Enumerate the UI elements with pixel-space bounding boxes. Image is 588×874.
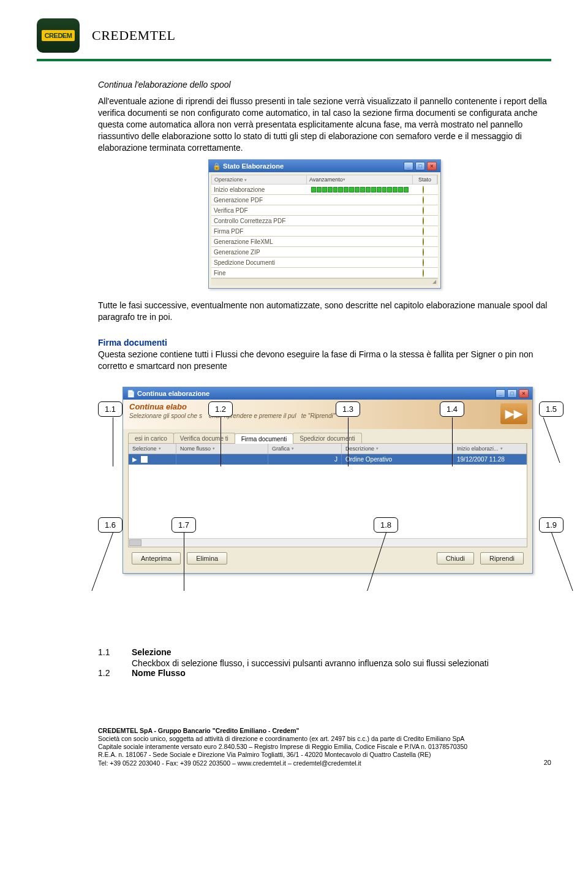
status-led-icon xyxy=(423,248,424,256)
status-led-icon xyxy=(423,217,424,225)
continua-title: 📄 Continua elaborazione xyxy=(127,390,209,398)
stato-row: Spedizione Documenti xyxy=(211,257,438,268)
callout-1-6: 1.6 xyxy=(98,517,123,533)
definition-1-1-text: Checkbox di selezione flusso, i successi… xyxy=(98,658,551,668)
table-row[interactable]: ▶ J Ordine Operativo 19/12/2007 11.28 xyxy=(129,454,527,465)
stato-titlebar: 🔒 Stato Elaborazione _ □ × xyxy=(209,160,440,172)
anteprima-button[interactable]: Anteprima xyxy=(132,552,181,564)
status-led-icon xyxy=(423,207,424,215)
section-paragraph: Questa sezione contiene tutti i Flussi c… xyxy=(98,349,551,372)
page-footer: CREDEMTEL SpA - Gruppo Bancario "Credito… xyxy=(37,727,551,767)
stato-row: Fine xyxy=(211,268,438,278)
row-checkbox[interactable] xyxy=(141,456,148,463)
minimize-icon[interactable]: _ xyxy=(496,389,505,398)
callout-1-7: 1.7 xyxy=(172,517,196,533)
section-heading-firma: Firma documenti xyxy=(98,338,551,348)
minimize-icon[interactable]: _ xyxy=(404,162,413,170)
progress-bar xyxy=(311,187,409,192)
section-subhead: Continua l'elaborazione dello spool xyxy=(98,80,551,89)
footer-line: Capitale sociale interamente versato eur… xyxy=(98,743,533,751)
maximize-icon[interactable]: □ xyxy=(507,389,517,398)
brand-name: CREDEMTEL xyxy=(92,28,176,44)
col-stato: Stato xyxy=(413,175,437,184)
stato-row: Verifica PDF xyxy=(211,205,438,216)
footer-line: Società con socio unico, soggetta ad att… xyxy=(98,735,533,743)
stato-title: 🔒 Stato Elaborazione xyxy=(213,162,284,170)
col-inizio[interactable]: Inizio elaborazi...▾ xyxy=(453,444,527,454)
stato-row: Inizio elaborazione xyxy=(211,184,438,195)
status-led-icon xyxy=(423,238,424,246)
col-nome-flusso[interactable]: Nome flusso▾ xyxy=(176,444,268,454)
status-led-icon xyxy=(423,259,424,267)
close-icon[interactable]: × xyxy=(519,389,529,398)
callout-1-1: 1.1 xyxy=(98,401,123,417)
col-selezione[interactable]: Selezione▾ xyxy=(129,444,176,454)
tab-verifica-documenti[interactable]: Verifica docume ti xyxy=(173,433,235,443)
callout-1-4: 1.4 xyxy=(440,401,464,417)
cell-inizio: 19/12/2007 11.28 xyxy=(453,454,527,465)
section-paragraph: All'eventuale azione di riprendi dei flu… xyxy=(98,96,551,153)
resize-grip-icon[interactable]: ◢ xyxy=(211,278,438,286)
cell-descrizione: Ordine Operativo xyxy=(342,454,453,465)
callout-1-5: 1.5 xyxy=(539,401,564,417)
callout-1-3: 1.3 xyxy=(336,401,360,417)
row-indicator-icon: ▶ xyxy=(132,456,137,463)
stato-row: Controllo Correttezza PDF xyxy=(211,216,438,226)
callout-1-9: 1.9 xyxy=(539,517,564,533)
status-led-icon xyxy=(423,227,424,235)
logo: CREDEM xyxy=(37,18,80,53)
col-operazione: Operazione ▾ xyxy=(212,175,307,184)
col-avanzamento: Avanzamento ▾ xyxy=(307,175,413,184)
mid-paragraph: Tutte le fasi successive, eventualmente … xyxy=(98,300,551,323)
stato-row: Generazione PDF xyxy=(211,195,438,205)
cell-nome xyxy=(176,454,268,465)
tab-presi-incarico[interactable]: esi in carico xyxy=(128,433,174,443)
elimina-button[interactable]: Elimina xyxy=(187,552,227,564)
stato-row: Firma PDF xyxy=(211,226,438,237)
page-header: CREDEM CREDEMTEL xyxy=(37,18,551,53)
riprendi-button[interactable]: Riprendi xyxy=(480,552,524,564)
banner-forward-icon: ▶▶ xyxy=(500,403,527,424)
logo-text: CREDEM xyxy=(42,30,75,41)
callout-1-8: 1.8 xyxy=(374,517,398,533)
continua-banner: Continua elabo Selezionare gli spool che… xyxy=(123,400,532,429)
status-led-icon xyxy=(423,196,424,204)
cell-grafica: J xyxy=(268,454,342,465)
maximize-icon[interactable]: □ xyxy=(415,162,425,170)
tab-firma-documenti[interactable]: Firma documenti xyxy=(235,433,293,444)
status-led-icon xyxy=(423,186,424,194)
stato-row: Generazione ZIP xyxy=(211,247,438,257)
col-grafica[interactable]: Grafica▾ xyxy=(268,444,342,454)
banner-subtitle: Selezionare gli spool che s ende riprend… xyxy=(129,412,526,419)
definition-1-2: 1.2 Nome Flusso xyxy=(98,668,551,678)
definition-1-1: 1.1 Selezione xyxy=(98,647,551,657)
continua-window-annotated: 1.1 1.2 1.3 1.4 1.5 1.6 1.7 1.8 1.9 📄 Co… xyxy=(98,387,551,574)
tab-spedizione-documenti[interactable]: Spedizior documenti xyxy=(293,433,362,443)
horizontal-scrollbar[interactable] xyxy=(129,538,527,547)
header-rule xyxy=(37,59,551,61)
stato-elaborazione-window: 🔒 Stato Elaborazione _ □ × Operazione ▾ … xyxy=(208,159,441,289)
footer-line: CREDEMTEL SpA - Gruppo Bancario "Credito… xyxy=(98,727,300,734)
footer-line: Tel: +39 0522 203040 - Fax: +39 0522 203… xyxy=(98,759,533,767)
status-led-icon xyxy=(423,269,424,277)
page-number: 20 xyxy=(544,759,551,767)
col-descrizione[interactable]: Descrizione▾ xyxy=(342,444,453,454)
close-icon[interactable]: × xyxy=(427,162,437,170)
stato-row: Generazione FileXML xyxy=(211,237,438,247)
footer-line: R.E.A. n. 181067 - Sede Sociale e Direzi… xyxy=(98,751,533,759)
banner-title: Continua elabo xyxy=(129,402,526,411)
chiudi-button[interactable]: Chiudi xyxy=(437,552,474,564)
callout-1-2: 1.2 xyxy=(208,401,233,417)
continua-titlebar: 📄 Continua elaborazione _ □ × xyxy=(123,387,532,400)
